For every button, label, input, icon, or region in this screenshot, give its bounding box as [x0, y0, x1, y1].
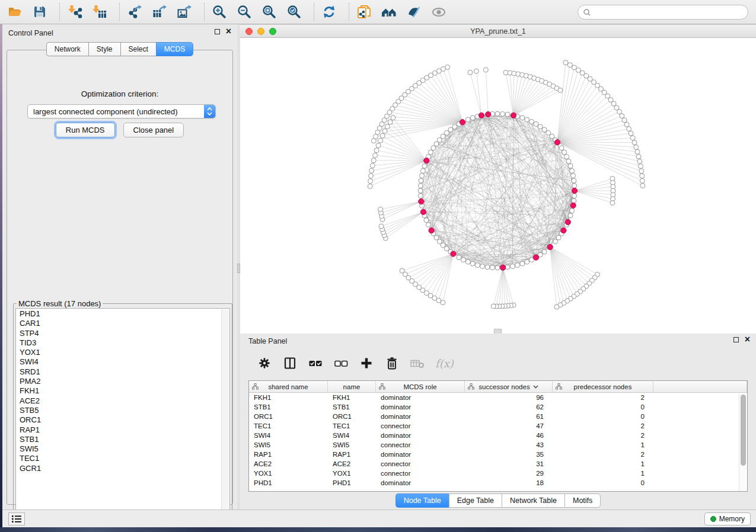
graph-node[interactable]: [400, 268, 404, 273]
graph-node[interactable]: [505, 112, 510, 117]
memory-button[interactable]: Memory: [704, 512, 751, 525]
graph-node[interactable]: [570, 168, 575, 173]
graph-hub-node[interactable]: [424, 158, 429, 164]
mcds-result-item[interactable]: TEC1: [20, 454, 229, 463]
table-row[interactable]: ORC1ORC1dominator610: [249, 412, 747, 421]
graph-node[interactable]: [437, 239, 442, 244]
graph-node[interactable]: [474, 69, 479, 73]
graph-hub-node[interactable]: [479, 113, 484, 118]
graph-hub-node[interactable]: [565, 219, 570, 225]
graph-hub-node[interactable]: [460, 120, 465, 125]
column-header-name[interactable]: name: [328, 381, 376, 392]
graph-node[interactable]: [534, 121, 538, 126]
select-all-columns-button[interactable]: [308, 355, 323, 371]
graph-node[interactable]: [558, 88, 563, 92]
graph-node[interactable]: [426, 223, 430, 227]
tab-edge-table[interactable]: Edge Table: [449, 493, 502, 508]
graph-node[interactable]: [634, 145, 639, 149]
graph-node[interactable]: [639, 164, 643, 169]
graph-node[interactable]: [510, 264, 515, 269]
graph-node[interactable]: [639, 169, 644, 174]
tab-network-table[interactable]: Network Table: [502, 493, 564, 508]
graph-hub-node[interactable]: [547, 245, 553, 250]
graph-node[interactable]: [542, 127, 547, 132]
criterion-select[interactable]: largest connected component (undirected): [27, 104, 216, 118]
graph-node[interactable]: [500, 111, 505, 116]
style-preview-button[interactable]: [406, 4, 422, 20]
new-network-from-selection-button[interactable]: [356, 4, 372, 20]
float-panel-icon[interactable]: [215, 29, 220, 34]
graph-node[interactable]: [445, 65, 450, 69]
tab-network[interactable]: Network: [46, 42, 88, 56]
mcds-result-item[interactable]: FKH1: [20, 386, 229, 396]
graph-node[interactable]: [370, 163, 375, 168]
graph-node[interactable]: [491, 304, 496, 309]
column-header-shared-name[interactable]: shared name: [249, 381, 328, 392]
graph-node[interactable]: [369, 174, 374, 178]
graph-node[interactable]: [636, 154, 641, 159]
close-panel-icon[interactable]: ×: [226, 28, 231, 34]
graph-node[interactable]: [470, 116, 475, 120]
graph-node[interactable]: [380, 133, 385, 138]
run-mcds-button[interactable]: Run MCDS: [56, 123, 115, 137]
mcds-result-item[interactable]: ACE2: [20, 396, 229, 406]
graph-node[interactable]: [556, 235, 561, 240]
graph-node[interactable]: [622, 118, 627, 123]
graph-node[interactable]: [572, 178, 576, 183]
graph-node[interactable]: [461, 258, 466, 262]
table-row[interactable]: RAP1RAP1dominator352: [249, 450, 747, 459]
graph-node[interactable]: [570, 209, 575, 213]
graph-node[interactable]: [420, 168, 425, 173]
graph-node[interactable]: [546, 130, 551, 135]
graph-node[interactable]: [630, 136, 635, 140]
graph-node[interactable]: [434, 235, 439, 240]
mcds-result-item[interactable]: YOX1: [20, 348, 229, 357]
table-row[interactable]: ACE2ACE2connector311: [249, 459, 747, 469]
graph-node[interactable]: [418, 184, 423, 188]
mcds-result-item[interactable]: PMA2: [20, 377, 229, 386]
graph-node[interactable]: [428, 150, 433, 155]
zoom-out-button[interactable]: [237, 4, 252, 20]
graph-node[interactable]: [542, 249, 547, 254]
graph-node[interactable]: [378, 138, 382, 143]
column-header-MCDS-role[interactable]: MCDS role: [376, 381, 465, 392]
table-scrollbar[interactable]: [739, 393, 747, 491]
graph-node[interactable]: [563, 60, 568, 65]
graph-node[interactable]: [431, 146, 436, 150]
table-row[interactable]: SWI5SWI5connector431: [249, 440, 747, 450]
tab-mcds[interactable]: MCDS: [156, 42, 193, 56]
graph-node[interactable]: [378, 207, 383, 211]
graph-hub-node[interactable]: [533, 255, 538, 260]
graph-node[interactable]: [470, 261, 475, 266]
unselect-all-columns-button[interactable]: [333, 355, 349, 371]
apply-layout-button[interactable]: [321, 4, 337, 20]
graph-node[interactable]: [465, 259, 470, 264]
export-table-button[interactable]: [152, 4, 167, 20]
graph-node[interactable]: [629, 131, 633, 136]
graph-hub-node[interactable]: [429, 227, 434, 233]
graph-node[interactable]: [525, 259, 529, 264]
network-canvas[interactable]: [240, 38, 756, 334]
graph-hub-node[interactable]: [500, 265, 506, 270]
graph-node[interactable]: [371, 158, 376, 163]
graph-node[interactable]: [637, 159, 642, 164]
graph-node[interactable]: [567, 63, 572, 68]
graph-node[interactable]: [640, 174, 645, 178]
mcds-result-item[interactable]: TID3: [20, 338, 229, 348]
graph-node[interactable]: [468, 70, 473, 75]
network-graph[interactable]: [240, 38, 756, 334]
graph-node[interactable]: [418, 194, 423, 198]
graph-node[interactable]: [419, 178, 423, 183]
graph-hub-node[interactable]: [511, 113, 516, 118]
mcds-result-item[interactable]: STB1: [20, 435, 229, 444]
graph-node[interactable]: [444, 130, 449, 135]
table-options-button[interactable]: [257, 355, 272, 371]
graph-node[interactable]: [624, 122, 629, 127]
graph-node[interactable]: [635, 149, 640, 154]
graph-node[interactable]: [441, 134, 445, 139]
graph-node[interactable]: [572, 198, 576, 203]
graph-hub-node[interactable]: [486, 111, 491, 117]
graph-node[interactable]: [374, 148, 379, 153]
graph-node[interactable]: [572, 184, 577, 188]
table-row[interactable]: SWI4SWI4dominator462: [249, 431, 747, 440]
